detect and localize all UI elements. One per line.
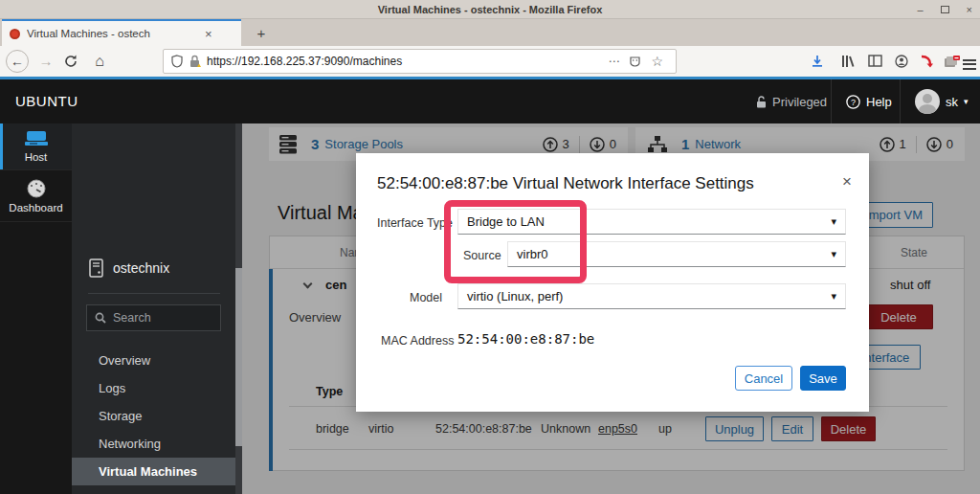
dialog-close-icon[interactable]: × xyxy=(842,172,852,191)
browser-toolbar: ← → ⌂ https://192.168.225.37:9090/machin… xyxy=(0,46,980,77)
sidebar-scrollbar-thumb[interactable] xyxy=(235,268,242,446)
new-tab-button[interactable]: + xyxy=(251,23,272,44)
highlight-annotation-box xyxy=(444,200,587,283)
page-actions-icon[interactable]: ⋯ xyxy=(608,55,619,68)
privileged-label: Privileged xyxy=(772,95,827,109)
window-title: Virtual Machines - ostechnix - Mozilla F… xyxy=(378,4,603,15)
help-menu[interactable]: ? Help xyxy=(846,79,892,124)
extension-arrow-icon[interactable] xyxy=(915,50,938,73)
rail: Host Dashboard xyxy=(0,124,72,494)
sidebar-toggle-icon[interactable] xyxy=(863,50,886,73)
navbar-separator xyxy=(831,79,832,124)
minimize-button[interactable]: – xyxy=(917,5,923,15)
close-button[interactable]: × xyxy=(967,5,972,15)
help-label: Help xyxy=(866,95,892,109)
chevron-down-icon: ▾ xyxy=(831,248,836,260)
window-titlebar: Virtual Machines - ostechnix - Mozilla F… xyxy=(0,0,980,19)
model-select[interactable]: virtio (Linux, perf) ▾ xyxy=(457,283,846,309)
reload-icon[interactable] xyxy=(59,50,82,73)
home-icon[interactable]: ⌂ xyxy=(88,50,111,73)
dashboard-gauge-icon xyxy=(26,179,47,198)
account-icon[interactable] xyxy=(890,50,913,73)
url-text[interactable]: https://192.168.225.37:9090/machines xyxy=(207,55,603,68)
rail-item-label: Dashboard xyxy=(9,202,62,213)
interface-type-label: Interface Type xyxy=(377,216,453,230)
sidebar-item-logs[interactable]: Logs xyxy=(72,374,235,402)
sidebar-item-accounts[interactable]: Accounts xyxy=(72,485,235,494)
chevron-down-icon: ▾ xyxy=(831,290,836,303)
model-value: virtio (Linux, perf) xyxy=(467,289,831,303)
unlock-icon xyxy=(756,96,767,108)
sidebar-host[interactable]: ostechnix xyxy=(89,258,169,278)
chevron-down-icon: ▾ xyxy=(964,97,969,106)
navbar-separator xyxy=(900,79,901,124)
tab-close-icon[interactable]: × xyxy=(205,27,212,41)
host-server-icon xyxy=(24,130,49,147)
svg-text:?: ? xyxy=(851,97,856,106)
server-outline-icon xyxy=(89,258,103,278)
menu-hamburger-icon[interactable] xyxy=(963,50,980,73)
search-placeholder: Search xyxy=(113,311,151,325)
library-icon[interactable] xyxy=(836,50,859,73)
rail-item-dashboard[interactable]: Dashboard xyxy=(0,170,72,222)
sidebar-divider xyxy=(88,293,220,294)
brand: UBUNTU xyxy=(15,79,78,124)
sidebar: ostechnix Search Overview Logs Storage N… xyxy=(72,124,235,494)
save-button[interactable]: Save xyxy=(800,366,846,391)
browser-tab[interactable]: Virtual Machines - ostech × xyxy=(2,19,241,46)
search-icon xyxy=(95,312,106,324)
back-icon[interactable]: ← xyxy=(6,50,29,73)
mac-address-label: MAC Address xyxy=(381,334,454,348)
tab-title: Virtual Machines - ostech xyxy=(27,28,199,39)
cockpit-navbar: UBUNTU xyxy=(0,79,980,124)
screenshot-badge-icon[interactable] xyxy=(940,50,963,73)
lock-warning-icon[interactable] xyxy=(189,55,201,68)
avatar xyxy=(915,89,940,114)
url-bar[interactable]: https://192.168.225.37:9090/machines ⋯ ☆ xyxy=(163,49,677,74)
nic-settings-dialog: 52:54:00:e8:87:be Virtual Network Interf… xyxy=(356,153,869,412)
user-menu[interactable]: sk ▾ xyxy=(915,79,969,124)
sidebar-item-networking[interactable]: Networking xyxy=(72,430,235,458)
permissions-shield-icon[interactable] xyxy=(629,56,641,68)
bookmark-star-icon[interactable]: ☆ xyxy=(651,54,663,69)
cancel-button[interactable]: Cancel xyxy=(735,366,792,391)
sidebar-item-virtual-machines[interactable]: Virtual Machines xyxy=(72,458,235,485)
downloads-icon[interactable] xyxy=(806,50,829,73)
model-label: Model xyxy=(410,291,442,304)
user-label: sk xyxy=(946,95,958,109)
cockpit-favicon-icon xyxy=(10,29,20,39)
forward-icon[interactable]: → xyxy=(34,50,57,73)
sidebar-item-storage[interactable]: Storage xyxy=(72,402,235,430)
dialog-title: 52:54:00:e8:87:be Virtual Network Interf… xyxy=(377,174,754,193)
maximize-button[interactable] xyxy=(941,6,949,13)
sidebar-host-label: ostechnix xyxy=(113,260,169,276)
mac-address-value: 52:54:00:e8:87:be xyxy=(457,331,594,347)
tab-bar: Virtual Machines - ostech × + xyxy=(0,19,980,46)
question-circle-icon: ? xyxy=(846,95,860,109)
chevron-down-icon: ▾ xyxy=(831,215,836,228)
screen: Virtual Machines - ostechnix - Mozilla F… xyxy=(0,0,980,494)
privileged-indicator[interactable]: Privileged xyxy=(756,79,827,124)
rail-item-label: Host xyxy=(25,151,48,163)
sidebar-item-overview[interactable]: Overview xyxy=(72,347,235,374)
search-input[interactable]: Search xyxy=(86,304,221,331)
rail-item-host[interactable]: Host xyxy=(0,124,72,170)
tracking-shield-icon[interactable] xyxy=(171,55,183,68)
